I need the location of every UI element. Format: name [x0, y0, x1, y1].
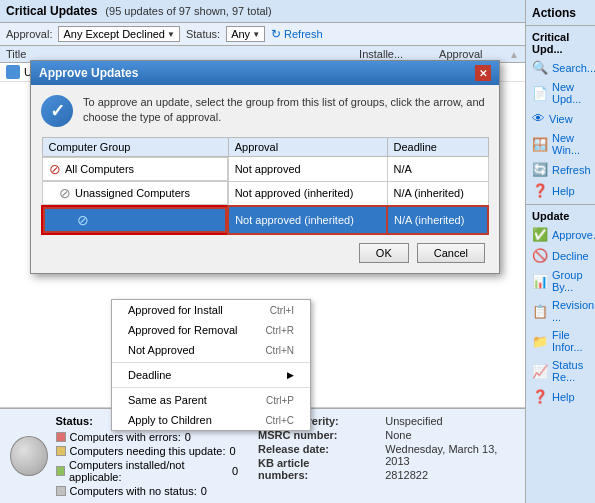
sidebar-file-info[interactable]: 📁 File Infor... — [526, 326, 595, 356]
modal-desc-icon: ✓ — [41, 95, 73, 127]
sidebar-search-label: Search... — [552, 62, 595, 74]
sidebar-new-update[interactable]: 📄 New Upd... — [526, 78, 595, 108]
new-window-icon: 🪟 — [532, 137, 548, 152]
sidebar-divider-2 — [526, 204, 595, 205]
sidebar-refresh[interactable]: 🔄 Refresh — [526, 159, 595, 180]
legend-nostatus-count: 0 — [201, 485, 207, 497]
sidebar-decline-label: Decline — [552, 250, 589, 262]
modal-title: Approve Updates — [39, 66, 138, 80]
row-all-deadline: N/A — [387, 157, 488, 182]
shortcut-removal: Ctrl+R — [265, 325, 294, 336]
separator-1 — [112, 362, 310, 363]
group-by-icon: 📊 — [532, 274, 548, 289]
sidebar-approve[interactable]: ✅ Approve... — [526, 224, 595, 245]
sidebar-file-info-label: File Infor... — [552, 329, 589, 353]
refresh-button[interactable]: ↻ Refresh — [271, 27, 323, 41]
status-dropdown[interactable]: Any ▼ — [226, 26, 265, 42]
modal-desc-text: To approve an update, select the group f… — [83, 95, 489, 127]
context-same-as-parent[interactable]: Same as Parent Ctrl+P — [112, 390, 310, 410]
shortcut-same-as-parent: Ctrl+P — [266, 395, 294, 406]
context-not-approved[interactable]: Not Approved Ctrl+N — [112, 340, 310, 360]
sidebar-view[interactable]: 👁 View — [526, 108, 595, 129]
row-unassigned-approval: Not approved (inherited) — [228, 181, 387, 206]
sidebar-group-by[interactable]: 📊 Group By... — [526, 266, 595, 296]
help2-icon: ❓ — [532, 389, 548, 404]
kb-label: KB article numbers: — [258, 457, 355, 481]
legend-box-yellow — [56, 446, 66, 456]
sidebar-revision[interactable]: 📋 Revision ... — [526, 296, 595, 326]
cancel-button[interactable]: Cancel — [417, 243, 485, 263]
legend-nostatus: Computers with no status: 0 — [56, 485, 239, 497]
refresh-sidebar-icon: 🔄 — [532, 162, 548, 177]
top-bar: Critical Updates (95 updates of 97 shown… — [0, 0, 525, 23]
shortcut-not-approved: Ctrl+N — [265, 345, 294, 356]
context-approved-removal[interactable]: Approved for Removal Ctrl+R — [112, 320, 310, 340]
legend-nostatus-label: Computers with no status: — [70, 485, 197, 497]
modal-table: Computer Group Approval Deadline ⊘ All C… — [41, 137, 489, 235]
release-date-val: Wednesday, March 13, 2013 — [385, 443, 515, 467]
approval-dropdown[interactable]: Any Except Declined ▼ — [58, 26, 179, 42]
revision-icon: 📋 — [532, 304, 548, 319]
help1-icon: ❓ — [532, 183, 548, 198]
status-values-col: Unspecified None Wednesday, March 13, 20… — [385, 415, 515, 497]
sidebar-refresh-label: Refresh — [552, 164, 591, 176]
sidebar-help1[interactable]: ❓ Help — [526, 180, 595, 201]
right-sidebar: Actions Critical Upd... 🔍 Search... 📄 Ne… — [525, 0, 595, 503]
modal-close-button[interactable]: ✕ — [475, 65, 491, 81]
decline-icon: 🚫 — [532, 248, 548, 263]
status-label: Status: — [186, 28, 220, 40]
msrc-number-val: None — [385, 429, 515, 441]
sidebar-status-report[interactable]: 📈 Status Re... — [526, 356, 595, 386]
approve-icon: ✅ — [532, 227, 548, 242]
modal-buttons: OK Cancel — [41, 243, 489, 263]
update-icon — [6, 65, 20, 79]
sidebar-decline[interactable]: 🚫 Decline — [526, 245, 595, 266]
context-menu: Approved for Install Ctrl+I Approved for… — [111, 299, 311, 431]
sidebar-help2-label: Help — [552, 391, 575, 403]
approval-label: Approval: — [6, 28, 52, 40]
msrc-severity-val: Unspecified — [385, 415, 515, 427]
sidebar-search[interactable]: 🔍 Search... — [526, 57, 595, 78]
modal-description: ✓ To approve an update, select the group… — [41, 95, 489, 127]
context-approved-install[interactable]: Approved for Install Ctrl+I — [112, 300, 310, 320]
window-title: Critical Updates — [6, 4, 97, 18]
sidebar-approve-label: Approve... — [552, 229, 595, 241]
context-deadline[interactable]: Deadline — [112, 365, 310, 385]
sidebar-group-by-label: Group By... — [552, 269, 589, 293]
col-approval: Approval — [228, 138, 387, 157]
sidebar-revision-label: Revision ... — [552, 299, 594, 323]
row-all-group: ⊘ All Computers — [42, 157, 228, 181]
ok-button[interactable]: OK — [359, 243, 409, 263]
row-unassigned-group: ⊘ Unassigned Computers — [42, 181, 228, 205]
sidebar-help2[interactable]: ❓ Help — [526, 386, 595, 407]
legend-installed-label: Computers installed/not applicable: — [69, 459, 228, 483]
sidebar-view-label: View — [549, 113, 573, 125]
file-info-icon: 📁 — [532, 334, 548, 349]
kb-val: 2812822 — [385, 469, 515, 481]
col-title: Title — [6, 48, 359, 60]
col-approval: Approval — [439, 48, 509, 60]
row-unassigned-deadline: N/A (inherited) — [387, 181, 488, 206]
status-report-icon: 📈 — [532, 364, 548, 379]
approve-updates-modal: Approve Updates ✕ ✓ To approve an update… — [30, 60, 500, 274]
context-apply-children[interactable]: Apply to Children Ctrl+C — [112, 410, 310, 430]
view-icon: 👁 — [532, 111, 545, 126]
sidebar-new-window[interactable]: 🪟 New Win... — [526, 129, 595, 159]
modal-title-bar: Approve Updates ✕ — [31, 61, 499, 85]
sort-icon: ▲ — [509, 49, 519, 60]
separator-2 — [112, 387, 310, 388]
legend-box-red — [56, 432, 66, 442]
modal-body: ✓ To approve an update, select the group… — [31, 85, 499, 273]
table-row-all[interactable]: ⊘ All Computers Not approved N/A — [42, 157, 488, 182]
sidebar-help1-label: Help — [552, 185, 575, 197]
legend-installed: Computers installed/not applicable: 0 — [56, 459, 239, 483]
release-date-label: Release date: — [258, 443, 355, 455]
status-dropdown-arrow: ▼ — [252, 30, 260, 39]
legend-installed-count: 0 — [232, 465, 238, 477]
approval-dropdown-arrow: ▼ — [167, 30, 175, 39]
table-row-unassigned[interactable]: ⊘ Unassigned Computers Not approved (inh… — [42, 181, 488, 206]
legend-errors-label: Computers with errors: — [70, 431, 181, 443]
legend-box-green — [56, 466, 65, 476]
table-row-selected[interactable]: ⊘ Not approved (inherited) N/A (inherite… — [42, 206, 488, 234]
refresh-icon: ↻ — [271, 27, 281, 41]
